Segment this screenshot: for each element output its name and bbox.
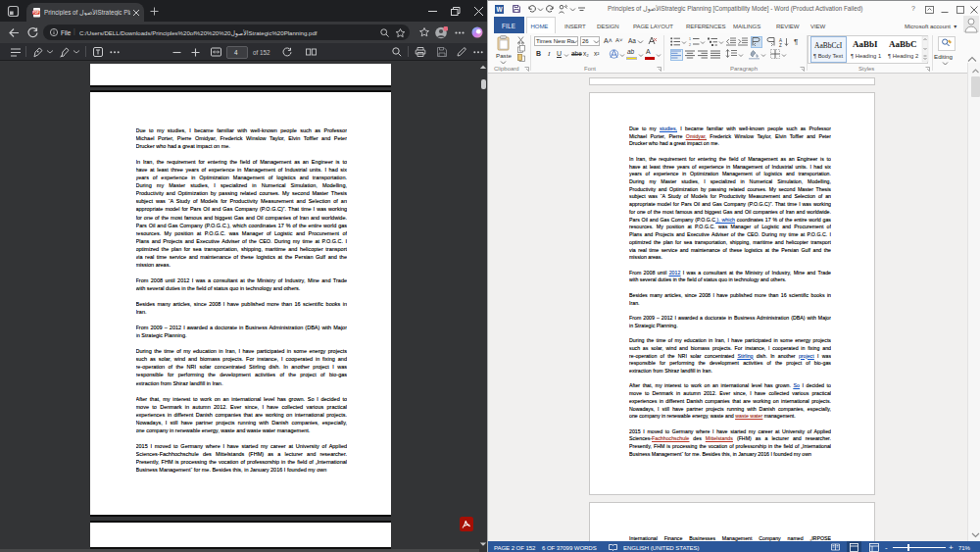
svg-text:A: A (779, 37, 782, 42)
svg-text:PDF: PDF (33, 11, 39, 15)
svg-text:1: 1 (689, 37, 691, 41)
svg-text:Z: Z (779, 43, 782, 48)
svg-text:W: W (496, 6, 503, 13)
svg-text:2: 2 (689, 43, 691, 47)
